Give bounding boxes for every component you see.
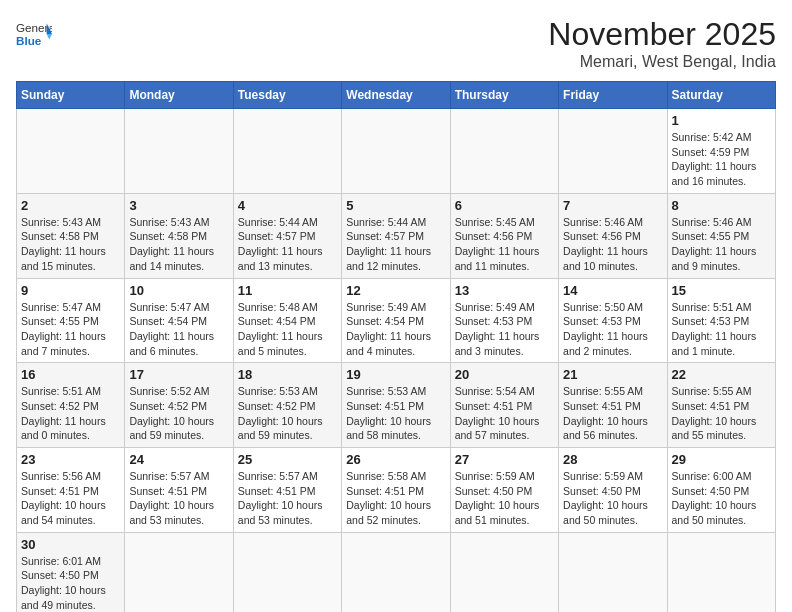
svg-marker-3 — [47, 34, 52, 39]
calendar-cell: 15Sunrise: 5:51 AMSunset: 4:53 PMDayligh… — [667, 278, 775, 363]
header-thursday: Thursday — [450, 82, 558, 109]
day-info: Sunrise: 5:59 AMSunset: 4:50 PMDaylight:… — [455, 469, 554, 528]
calendar-cell — [125, 532, 233, 612]
calendar-row: 16Sunrise: 5:51 AMSunset: 4:52 PMDayligh… — [17, 363, 776, 448]
calendar-table: Sunday Monday Tuesday Wednesday Thursday… — [16, 81, 776, 612]
logo: General Blue — [16, 16, 52, 52]
day-info: Sunrise: 5:49 AMSunset: 4:53 PMDaylight:… — [455, 300, 554, 359]
day-info: Sunrise: 5:47 AMSunset: 4:54 PMDaylight:… — [129, 300, 228, 359]
calendar-title: November 2025 — [548, 16, 776, 53]
calendar-cell: 12Sunrise: 5:49 AMSunset: 4:54 PMDayligh… — [342, 278, 450, 363]
day-info: Sunrise: 5:57 AMSunset: 4:51 PMDaylight:… — [129, 469, 228, 528]
calendar-cell — [125, 109, 233, 194]
day-info: Sunrise: 5:51 AMSunset: 4:53 PMDaylight:… — [672, 300, 771, 359]
day-number: 12 — [346, 283, 445, 298]
day-number: 28 — [563, 452, 662, 467]
day-info: Sunrise: 5:53 AMSunset: 4:51 PMDaylight:… — [346, 384, 445, 443]
day-number: 9 — [21, 283, 120, 298]
day-info: Sunrise: 5:55 AMSunset: 4:51 PMDaylight:… — [563, 384, 662, 443]
header-wednesday: Wednesday — [342, 82, 450, 109]
day-info: Sunrise: 6:01 AMSunset: 4:50 PMDaylight:… — [21, 554, 120, 612]
calendar-cell: 21Sunrise: 5:55 AMSunset: 4:51 PMDayligh… — [559, 363, 667, 448]
day-number: 30 — [21, 537, 120, 552]
day-info: Sunrise: 5:47 AMSunset: 4:55 PMDaylight:… — [21, 300, 120, 359]
calendar-cell — [233, 109, 341, 194]
calendar-cell: 1Sunrise: 5:42 AMSunset: 4:59 PMDaylight… — [667, 109, 775, 194]
weekday-header-row: Sunday Monday Tuesday Wednesday Thursday… — [17, 82, 776, 109]
calendar-cell: 13Sunrise: 5:49 AMSunset: 4:53 PMDayligh… — [450, 278, 558, 363]
day-number: 29 — [672, 452, 771, 467]
day-number: 22 — [672, 367, 771, 382]
day-number: 25 — [238, 452, 337, 467]
day-number: 6 — [455, 198, 554, 213]
calendar-cell — [17, 109, 125, 194]
calendar-row: 9Sunrise: 5:47 AMSunset: 4:55 PMDaylight… — [17, 278, 776, 363]
day-info: Sunrise: 5:50 AMSunset: 4:53 PMDaylight:… — [563, 300, 662, 359]
calendar-cell: 20Sunrise: 5:54 AMSunset: 4:51 PMDayligh… — [450, 363, 558, 448]
day-info: Sunrise: 5:43 AMSunset: 4:58 PMDaylight:… — [21, 215, 120, 274]
calendar-cell: 9Sunrise: 5:47 AMSunset: 4:55 PMDaylight… — [17, 278, 125, 363]
calendar-cell — [667, 532, 775, 612]
day-info: Sunrise: 5:58 AMSunset: 4:51 PMDaylight:… — [346, 469, 445, 528]
day-info: Sunrise: 5:49 AMSunset: 4:54 PMDaylight:… — [346, 300, 445, 359]
day-info: Sunrise: 5:45 AMSunset: 4:56 PMDaylight:… — [455, 215, 554, 274]
day-info: Sunrise: 5:46 AMSunset: 4:55 PMDaylight:… — [672, 215, 771, 274]
day-number: 8 — [672, 198, 771, 213]
day-info: Sunrise: 5:59 AMSunset: 4:50 PMDaylight:… — [563, 469, 662, 528]
header-monday: Monday — [125, 82, 233, 109]
calendar-cell: 10Sunrise: 5:47 AMSunset: 4:54 PMDayligh… — [125, 278, 233, 363]
calendar-row: 2Sunrise: 5:43 AMSunset: 4:58 PMDaylight… — [17, 193, 776, 278]
day-info: Sunrise: 5:46 AMSunset: 4:56 PMDaylight:… — [563, 215, 662, 274]
calendar-cell: 30Sunrise: 6:01 AMSunset: 4:50 PMDayligh… — [17, 532, 125, 612]
day-number: 14 — [563, 283, 662, 298]
calendar-cell: 19Sunrise: 5:53 AMSunset: 4:51 PMDayligh… — [342, 363, 450, 448]
calendar-cell: 23Sunrise: 5:56 AMSunset: 4:51 PMDayligh… — [17, 448, 125, 533]
calendar-subtitle: Memari, West Bengal, India — [548, 53, 776, 71]
day-number: 27 — [455, 452, 554, 467]
calendar-cell: 16Sunrise: 5:51 AMSunset: 4:52 PMDayligh… — [17, 363, 125, 448]
calendar-cell — [559, 109, 667, 194]
calendar-cell — [233, 532, 341, 612]
day-info: Sunrise: 5:51 AMSunset: 4:52 PMDaylight:… — [21, 384, 120, 443]
day-info: Sunrise: 6:00 AMSunset: 4:50 PMDaylight:… — [672, 469, 771, 528]
calendar-cell: 17Sunrise: 5:52 AMSunset: 4:52 PMDayligh… — [125, 363, 233, 448]
header-saturday: Saturday — [667, 82, 775, 109]
day-number: 16 — [21, 367, 120, 382]
calendar-cell: 24Sunrise: 5:57 AMSunset: 4:51 PMDayligh… — [125, 448, 233, 533]
calendar-cell: 26Sunrise: 5:58 AMSunset: 4:51 PMDayligh… — [342, 448, 450, 533]
calendar-cell: 3Sunrise: 5:43 AMSunset: 4:58 PMDaylight… — [125, 193, 233, 278]
day-number: 20 — [455, 367, 554, 382]
day-info: Sunrise: 5:42 AMSunset: 4:59 PMDaylight:… — [672, 130, 771, 189]
day-number: 23 — [21, 452, 120, 467]
day-number: 15 — [672, 283, 771, 298]
calendar-cell — [450, 532, 558, 612]
day-number: 3 — [129, 198, 228, 213]
day-info: Sunrise: 5:44 AMSunset: 4:57 PMDaylight:… — [238, 215, 337, 274]
day-info: Sunrise: 5:54 AMSunset: 4:51 PMDaylight:… — [455, 384, 554, 443]
calendar-row: 1Sunrise: 5:42 AMSunset: 4:59 PMDaylight… — [17, 109, 776, 194]
calendar-cell — [450, 109, 558, 194]
day-number: 7 — [563, 198, 662, 213]
calendar-cell: 4Sunrise: 5:44 AMSunset: 4:57 PMDaylight… — [233, 193, 341, 278]
day-number: 18 — [238, 367, 337, 382]
day-info: Sunrise: 5:52 AMSunset: 4:52 PMDaylight:… — [129, 384, 228, 443]
calendar-cell: 25Sunrise: 5:57 AMSunset: 4:51 PMDayligh… — [233, 448, 341, 533]
day-info: Sunrise: 5:55 AMSunset: 4:51 PMDaylight:… — [672, 384, 771, 443]
day-number: 2 — [21, 198, 120, 213]
logo-icon: General Blue — [16, 16, 52, 52]
calendar-cell: 27Sunrise: 5:59 AMSunset: 4:50 PMDayligh… — [450, 448, 558, 533]
day-info: Sunrise: 5:48 AMSunset: 4:54 PMDaylight:… — [238, 300, 337, 359]
calendar-cell: 2Sunrise: 5:43 AMSunset: 4:58 PMDaylight… — [17, 193, 125, 278]
calendar-cell: 7Sunrise: 5:46 AMSunset: 4:56 PMDaylight… — [559, 193, 667, 278]
calendar-cell: 5Sunrise: 5:44 AMSunset: 4:57 PMDaylight… — [342, 193, 450, 278]
day-info: Sunrise: 5:56 AMSunset: 4:51 PMDaylight:… — [21, 469, 120, 528]
day-info: Sunrise: 5:57 AMSunset: 4:51 PMDaylight:… — [238, 469, 337, 528]
day-info: Sunrise: 5:43 AMSunset: 4:58 PMDaylight:… — [129, 215, 228, 274]
calendar-row: 23Sunrise: 5:56 AMSunset: 4:51 PMDayligh… — [17, 448, 776, 533]
day-number: 5 — [346, 198, 445, 213]
calendar-cell: 28Sunrise: 5:59 AMSunset: 4:50 PMDayligh… — [559, 448, 667, 533]
calendar-cell — [342, 532, 450, 612]
day-number: 17 — [129, 367, 228, 382]
day-number: 24 — [129, 452, 228, 467]
day-number: 26 — [346, 452, 445, 467]
